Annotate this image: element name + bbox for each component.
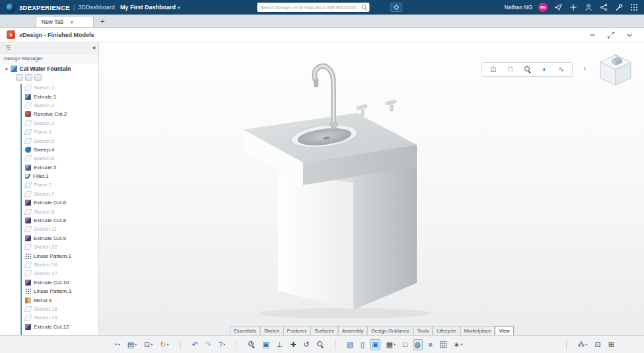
- tree-item[interactable]: Sketch.12: [0, 243, 98, 251]
- search-icon[interactable]: [361, 5, 367, 11]
- ribbon-tab-assembly[interactable]: Assembly: [338, 326, 368, 335]
- tree-view-icon[interactable]: [3, 43, 13, 52]
- tree-item[interactable]: Extrude Cut.12: [0, 323, 98, 331]
- config-badge[interactable]: [25, 74, 32, 81]
- ribbon-tab-marketplace[interactable]: Marketplace: [460, 326, 495, 335]
- tree-item[interactable]: Plane.1: [0, 128, 98, 136]
- ribbon-tab-tools[interactable]: Tools: [413, 326, 433, 335]
- dropdown-caret-icon[interactable]: [223, 342, 225, 346]
- tools-icon[interactable]: [614, 3, 624, 12]
- render-mode-icon[interactable]: ◐: [541, 64, 549, 75]
- design-assistant-icon[interactable]: ◔: [111, 339, 122, 350]
- config-badge[interactable]: [34, 74, 42, 81]
- 3ds-compass-logo[interactable]: [5, 3, 15, 13]
- apps-grid-icon[interactable]: [629, 3, 639, 12]
- collapse-panel-icon[interactable]: [92, 46, 95, 50]
- hidden-edges-icon[interactable]: □: [401, 339, 410, 350]
- tree-item[interactable]: Plane.2: [0, 180, 98, 189]
- share-message-icon[interactable]: [554, 3, 563, 12]
- ribbon-tab-features[interactable]: Features: [283, 326, 311, 335]
- tree-item[interactable]: Linear Pattern.1: [0, 251, 98, 260]
- dropdown-caret-icon[interactable]: [167, 342, 169, 346]
- tree-item[interactable]: Mirror.4: [0, 295, 98, 304]
- update-icon[interactable]: ↻: [158, 339, 170, 350]
- search-input[interactable]: [257, 3, 369, 12]
- ribbon-tab-lifecycle[interactable]: Lifecycle: [433, 326, 460, 335]
- tree-item[interactable]: Revolve Cut.2: [0, 110, 98, 118]
- ribbon-tab-surfaces[interactable]: Surfaces: [310, 326, 338, 335]
- measure-icon[interactable]: ∿: [557, 64, 566, 75]
- visual-effects-icon[interactable]: ⁂: [576, 339, 590, 350]
- config-badge[interactable]: [16, 74, 23, 81]
- tree-item[interactable]: Sketch.5: [0, 136, 98, 145]
- export-icon[interactable]: ⊡: [142, 339, 155, 350]
- dropdown-caret-icon[interactable]: [394, 342, 396, 346]
- shaded-edges-icon[interactable]: ▣: [370, 339, 380, 350]
- tab-new-tab[interactable]: New Tab: [36, 16, 94, 27]
- tree-item[interactable]: Extrude Cut.8: [0, 216, 98, 225]
- toolbar-expand-chevron[interactable]: [583, 64, 586, 72]
- ribbon-tab-essentials[interactable]: Essentials: [229, 326, 260, 335]
- tree-item[interactable]: Sketch.18: [0, 305, 98, 313]
- redo-icon[interactable]: ↷: [203, 339, 213, 350]
- user-name[interactable]: Nathan NG: [504, 4, 532, 11]
- tree-item[interactable]: Fillet.1: [0, 172, 98, 180]
- sink-model[interactable]: [217, 50, 458, 321]
- zoom-area-icon[interactable]: [246, 339, 257, 350]
- ambience-icon[interactable]: ◍: [413, 339, 423, 350]
- bounding-box-icon[interactable]: □: [507, 64, 515, 75]
- profile-icon[interactable]: [584, 3, 593, 12]
- ribbon-tab-design-guidance[interactable]: Design Guidance: [367, 326, 413, 335]
- app-switcher[interactable]: 3DDashboard: [78, 4, 115, 11]
- tree-item[interactable]: Sketch.16: [0, 260, 98, 269]
- ribbon-tab-sketch[interactable]: Sketch: [260, 326, 283, 335]
- dropdown-caret-icon[interactable]: [151, 342, 153, 346]
- perspective-icon[interactable]: ▯: [359, 339, 367, 350]
- dropdown-caret-icon[interactable]: [460, 342, 462, 346]
- collapse-chevron-icon[interactable]: [626, 31, 633, 39]
- help-icon[interactable]: ?: [217, 339, 227, 350]
- zoom-icon[interactable]: [315, 339, 326, 350]
- add-content-icon[interactable]: [569, 3, 578, 12]
- tab-menu-caret-icon[interactable]: [71, 20, 73, 24]
- tree-item[interactable]: Linear Pattern.3: [0, 287, 98, 295]
- tree-item[interactable]: Sketch.1: [0, 83, 98, 92]
- section-icon[interactable]: ◫: [488, 64, 498, 75]
- ribbon-tab-view[interactable]: View: [495, 326, 513, 335]
- pan-icon[interactable]: ✚: [288, 339, 298, 350]
- undo-icon[interactable]: ↶: [190, 339, 200, 350]
- minimize-button[interactable]: [589, 31, 596, 39]
- tree-item[interactable]: Sketch.17: [0, 269, 98, 278]
- avatar[interactable]: NN: [538, 3, 548, 12]
- viewport-3d[interactable]: ◫□◐∿ EssentialsSketchFeaturesSurfacesAss…: [99, 42, 644, 335]
- render-style-icon[interactable]: ▦: [384, 339, 397, 350]
- tree-item[interactable]: Sketch.8: [0, 207, 98, 216]
- tree-item[interactable]: Sketch.7: [0, 190, 98, 198]
- tree-item[interactable]: Sweep.4: [0, 145, 98, 154]
- add-tab-button[interactable]: +: [100, 18, 104, 27]
- model-display-icon[interactable]: ▤: [125, 339, 139, 350]
- iso-view-icon[interactable]: ▣: [260, 339, 271, 350]
- share-icon[interactable]: [599, 3, 608, 12]
- dashboard-name[interactable]: My First Dashboard: [120, 4, 176, 11]
- tree-item[interactable]: Extrude Cut.9: [0, 234, 98, 243]
- dropdown-caret-icon[interactable]: [135, 342, 137, 346]
- expand-button[interactable]: [607, 31, 615, 39]
- grid-icon[interactable]: [438, 339, 448, 350]
- snap-icon[interactable]: ∗: [452, 339, 464, 350]
- tree-item[interactable]: Extrude.1: [0, 92, 98, 100]
- dropdown-caret-icon[interactable]: [586, 342, 588, 346]
- rotate-icon[interactable]: ↺: [301, 339, 311, 350]
- tree-item[interactable]: Extrude.5: [0, 163, 98, 172]
- expand-caret-icon[interactable]: [5, 67, 8, 71]
- dropdown-caret-icon[interactable]: [118, 342, 120, 346]
- zoom-region-icon[interactable]: [522, 64, 533, 75]
- tree-item[interactable]: Sketch.6: [0, 154, 98, 163]
- tree-root[interactable]: Cat Water Fountain: [0, 63, 98, 73]
- multi-view-icon[interactable]: ⊞: [606, 339, 616, 350]
- tag-filter-button[interactable]: [390, 3, 402, 12]
- view-cube[interactable]: [595, 49, 636, 89]
- tree-item[interactable]: Sketch.11: [0, 225, 98, 233]
- tree-item[interactable]: Sketch.2: [0, 101, 98, 110]
- tree-item[interactable]: Sketch.19: [0, 313, 98, 322]
